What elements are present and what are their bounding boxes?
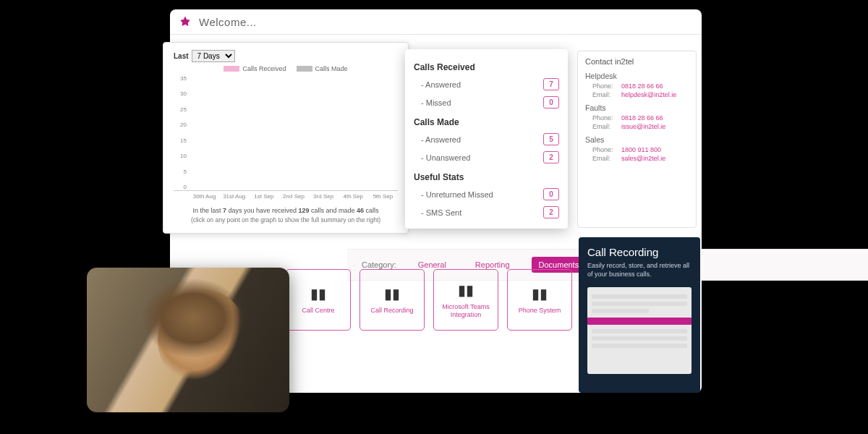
book-icon: ▮▮	[532, 285, 548, 302]
chart-summary-text: In the last 7 days you have received 129…	[174, 205, 398, 226]
contact-card: Contact in2tel Helpdesk Phone:0818 28 66…	[577, 51, 697, 228]
document-cards-row: ▮▮Call Centre ▮▮Call Recording ▮▮Microso…	[286, 269, 572, 331]
stat-missed: - Missed0	[414, 93, 559, 111]
faults-email[interactable]: issue@in2tel.ie	[621, 123, 665, 130]
calls-received-heading: Calls Received	[414, 62, 559, 72]
stat-answered-made: - Answered5	[414, 130, 559, 148]
doc-card-phone-system[interactable]: ▮▮Phone System	[507, 269, 572, 331]
y-axis: 35302520151050	[174, 75, 187, 190]
chart-legend: Calls Received Calls Made	[174, 65, 398, 72]
chart-hint: (click on any point on the graph to show…	[174, 216, 398, 226]
helpdesk-email[interactable]: helpdesk@in2tel.ie	[621, 91, 676, 98]
promo-title: Call Recording	[587, 246, 692, 258]
useful-stats-heading: Useful Stats	[414, 172, 559, 182]
contact-faults-title: Faults	[585, 103, 689, 112]
stat-sms: - SMS Sent2	[414, 203, 559, 221]
range-select[interactable]: 7 Days	[192, 50, 235, 62]
promo-call-recording[interactable]: Call Recording Easily record, store, and…	[579, 237, 700, 393]
contact-helpdesk-title: Helpdesk	[585, 72, 689, 80]
stat-answered-received: - Answered7	[414, 75, 559, 93]
badge-unanswered: 2	[543, 151, 559, 163]
calls-chart-panel: Last 7 Days Calls Received Calls Made 35…	[163, 42, 409, 234]
sales-phone[interactable]: 1800 911 800	[621, 146, 661, 153]
titlebar: Welcome...	[170, 9, 702, 35]
stats-summary-card: Calls Received - Answered7 - Missed0 Cal…	[405, 49, 568, 229]
doc-card-teams-integration[interactable]: ▮▮Microsoft Teams Integration	[433, 269, 498, 331]
stat-unreturned: - Unreturned Missed0	[414, 185, 559, 203]
promo-body: Easily record, store, and retrieve all o…	[587, 262, 692, 278]
helpdesk-phone[interactable]: 0818 28 66 66	[621, 82, 663, 90]
doc-card-call-recording[interactable]: ▮▮Call Recording	[359, 269, 425, 331]
range-label: Last	[174, 52, 189, 60]
legend-swatch-received	[224, 66, 239, 72]
book-icon: ▮▮	[458, 281, 474, 299]
brand-logo-icon	[179, 15, 192, 28]
badge-sms: 2	[543, 206, 559, 218]
book-icon: ▮▮	[384, 285, 400, 302]
badge-answered-made: 5	[543, 133, 559, 145]
category-label: Category:	[362, 260, 396, 269]
stat-unanswered: - Unanswered2	[414, 148, 559, 166]
window-title: Welcome...	[199, 16, 257, 28]
doc-card-call-centre[interactable]: ▮▮Call Centre	[286, 269, 351, 331]
promo-screenshot	[587, 287, 692, 374]
agent-photo	[87, 268, 289, 412]
faults-phone[interactable]: 0818 28 66 66	[621, 114, 663, 122]
badge-answered-received: 7	[543, 78, 559, 90]
contact-heading: Contact in2tel	[585, 57, 689, 66]
chart-plot-area[interactable]: 35302520151050	[174, 75, 398, 191]
calls-made-heading: Calls Made	[414, 117, 559, 127]
x-axis: 30th Aug31st Aug1st Sep2nd Sep3rd Sep4th…	[190, 193, 398, 200]
sales-email[interactable]: sales@in2tel.ie	[621, 155, 665, 162]
contact-sales-title: Sales	[585, 135, 689, 144]
legend-swatch-made	[297, 66, 312, 72]
book-icon: ▮▮	[310, 285, 326, 302]
badge-missed: 0	[543, 96, 559, 109]
badge-unreturned: 0	[543, 188, 559, 200]
